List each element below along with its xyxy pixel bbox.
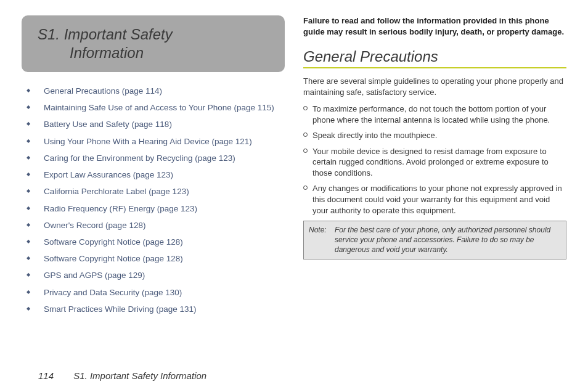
bullet-text: Any changes or modifications to your pho… [312,183,566,216]
toc-text: Smart Practices While Driving (page 131) [44,304,285,315]
heading-underline: General Precautions [303,48,566,68]
toc-item: ◆Privacy and Data Security (page 130) [27,287,285,298]
section-title-line1: S1. Important Safety [38,26,173,43]
page-columns: S1. Important Safety Information ◆Genera… [22,15,566,354]
toc-text: Maintaining Safe Use of and Access to Yo… [44,102,285,113]
left-column: S1. Important Safety Information ◆Genera… [22,15,285,354]
diamond-icon: ◆ [27,138,30,145]
diamond-icon: ◆ [27,171,30,178]
toc-text: Software Copyright Notice (page 128) [44,253,285,264]
right-column: Failure to read and follow the informati… [303,15,566,354]
intro-text: There are several simple guidelines to o… [303,76,566,97]
toc-item: ◆GPS and AGPS (page 129) [27,270,285,281]
diamond-icon: ◆ [27,188,30,195]
page-number: 114 [38,370,54,381]
toc-item: ◆Software Copyright Notice (page 128) [27,237,285,248]
toc-item: ◆Smart Practices While Driving (page 131… [27,304,285,315]
toc-text: Battery Use and Safety (page 118) [44,119,285,130]
toc-item: ◆General Precautions (page 114) [27,86,285,97]
page-footer: 114 S1. Important Safety Information [38,370,206,381]
toc-text: California Perchlorate Label (page 123) [44,186,285,197]
toc-text: Radio Frequency (RF) Energy (page 123) [44,203,285,214]
diamond-icon: ◆ [27,104,30,111]
toc-item: ◆Software Copyright Notice (page 128) [27,253,285,264]
diamond-icon: ◆ [27,121,30,128]
toc-text: Software Copyright Notice (page 128) [44,237,285,248]
circle-icon [303,106,308,110]
circle-icon [303,186,308,190]
toc-item: ◆Export Law Assurances (page 123) [27,169,285,181]
diamond-icon: ◆ [27,205,30,212]
toc-text: Owner's Record (page 128) [44,220,285,231]
section-title-line2: Information [38,44,144,61]
note-label: Note: [309,225,335,255]
diamond-icon: ◆ [27,239,30,245]
list-item: To maximize performance, do not touch th… [303,104,566,125]
toc-item: ◆Caring for the Environment by Recycling… [27,153,285,164]
list-item: Your mobile device is designed to resist… [303,146,566,179]
diamond-icon: ◆ [27,222,30,229]
general-precautions-heading: General Precautions [303,48,566,65]
list-item: Any changes or modifications to your pho… [303,183,566,216]
warning-text: Failure to read and follow the informati… [303,15,566,37]
bullet-text: Speak directly into the mouthpiece. [312,130,437,141]
toc-list: ◆General Precautions (page 114) ◆Maintai… [22,86,285,315]
toc-item: ◆Using Your Phone With a Hearing Aid Dev… [27,136,285,147]
toc-text: GPS and AGPS (page 129) [44,270,285,281]
toc-item: ◆Battery Use and Safety (page 118) [27,119,285,130]
note-box: Note: For the best care of your phone, o… [303,221,566,259]
diamond-icon: ◆ [27,306,30,312]
toc-item: ◆Radio Frequency (RF) Energy (page 123) [27,203,285,214]
diamond-icon: ◆ [27,272,30,279]
toc-text: Using Your Phone With a Hearing Aid Devi… [44,136,285,147]
toc-text: Export Law Assurances (page 123) [44,169,285,181]
circle-icon [303,149,308,153]
toc-text: Privacy and Data Security (page 130) [44,287,285,298]
toc-item: ◆Owner's Record (page 128) [27,220,285,231]
diamond-icon: ◆ [27,88,30,94]
footer-title: S1. Important Safety Information [73,370,206,381]
section-title: S1. Important Safety Information [38,25,272,62]
circle-icon [303,133,308,137]
toc-text: General Precautions (page 114) [44,86,285,97]
bullet-text: Your mobile device is designed to resist… [312,146,566,179]
section-title-box: S1. Important Safety Information [22,15,285,72]
diamond-icon: ◆ [27,255,30,262]
diamond-icon: ◆ [27,289,30,296]
precautions-list: To maximize performance, do not touch th… [303,104,566,216]
diamond-icon: ◆ [27,155,30,161]
toc-text: Caring for the Environment by Recycling … [44,153,285,164]
toc-item: ◆Maintaining Safe Use of and Access to Y… [27,102,285,113]
list-item: Speak directly into the mouthpiece. [303,130,566,141]
toc-item: ◆California Perchlorate Label (page 123) [27,186,285,197]
bullet-text: To maximize performance, do not touch th… [312,104,566,125]
note-text: For the best care of your phone, only au… [335,225,561,255]
